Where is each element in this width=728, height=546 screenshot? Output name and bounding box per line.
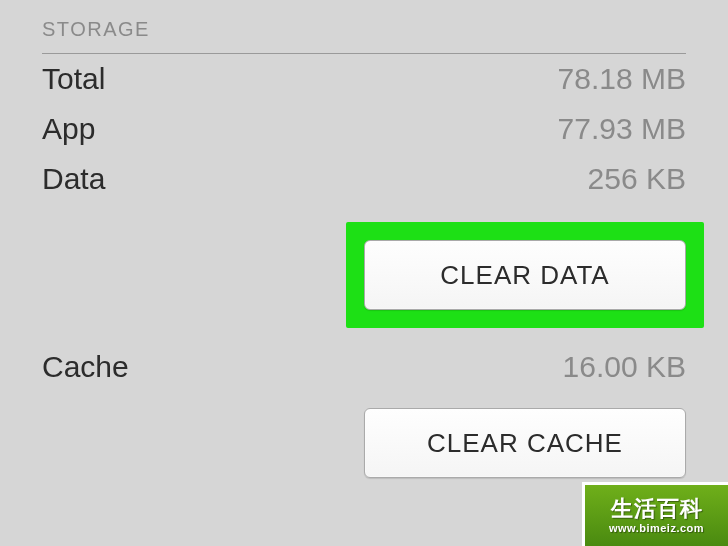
clear-cache-button-area: CLEAR CACHE bbox=[0, 408, 728, 478]
clear-cache-button[interactable]: CLEAR CACHE bbox=[364, 408, 686, 478]
storage-row-total: Total 78.18 MB bbox=[0, 54, 728, 104]
row-label: Cache bbox=[42, 350, 129, 384]
clear-data-button[interactable]: CLEAR DATA bbox=[364, 240, 686, 310]
row-label: App bbox=[42, 112, 95, 146]
row-label: Data bbox=[42, 162, 105, 196]
storage-row-cache: Cache 16.00 KB bbox=[0, 342, 728, 392]
storage-row-data: Data 256 KB bbox=[0, 154, 728, 204]
highlight-box: CLEAR DATA bbox=[346, 222, 704, 328]
row-value: 78.18 MB bbox=[558, 62, 686, 96]
watermark: 生活百科 www.bimeiz.com bbox=[582, 482, 728, 546]
row-label: Total bbox=[42, 62, 105, 96]
row-value: 256 KB bbox=[588, 162, 686, 196]
watermark-title: 生活百科 bbox=[611, 496, 703, 522]
watermark-url: www.bimeiz.com bbox=[609, 522, 704, 535]
row-value: 77.93 MB bbox=[558, 112, 686, 146]
section-header-storage: STORAGE bbox=[0, 0, 728, 53]
clear-data-button-area: CLEAR DATA bbox=[0, 222, 728, 328]
row-value: 16.00 KB bbox=[563, 350, 686, 384]
storage-row-app: App 77.93 MB bbox=[0, 104, 728, 154]
